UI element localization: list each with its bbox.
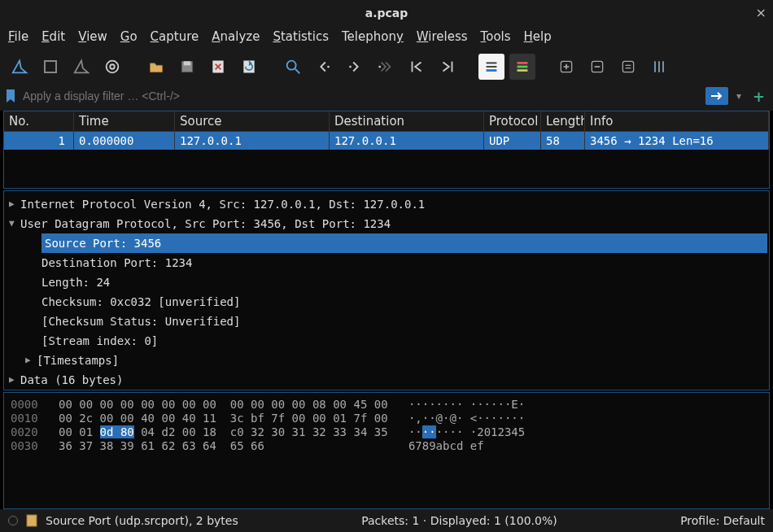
tree-dst-port[interactable]: Destination Port: 1234 (6, 253, 767, 273)
window-title: a.pcap (365, 7, 408, 20)
cell-no: 1 (4, 132, 74, 150)
col-no[interactable]: No. (4, 111, 74, 131)
expand-icon[interactable]: ▶ (9, 370, 20, 390)
tree-checksum-status[interactable]: [Checksum Status: Unverified] (6, 312, 767, 331)
status-profile[interactable]: Profile: Default (680, 514, 765, 527)
cell-source: 127.0.0.1 (175, 132, 330, 150)
prev-icon[interactable] (311, 54, 337, 80)
cell-protocol: UDP (484, 132, 541, 150)
svg-rect-4 (184, 61, 190, 65)
expert-info-icon[interactable] (8, 516, 18, 525)
menu-statistics[interactable]: Statistics (273, 29, 329, 44)
menu-file[interactable]: File (8, 29, 28, 44)
zoom-in-icon[interactable] (553, 54, 579, 80)
menu-go[interactable]: Go (120, 29, 138, 44)
expand-icon[interactable]: ▶ (25, 351, 37, 370)
menu-edit[interactable]: Edit (41, 29, 65, 44)
col-info[interactable]: Info (585, 111, 769, 131)
tree-length[interactable]: Length: 24 (6, 273, 767, 292)
save-icon[interactable] (174, 54, 200, 80)
tree-data[interactable]: ▶Data (16 bytes) (6, 370, 767, 390)
col-length[interactable]: Length (541, 111, 585, 131)
reload-icon[interactable] (236, 54, 262, 80)
bookmark-icon[interactable] (5, 88, 16, 104)
svg-rect-31 (27, 515, 37, 526)
capture-file-icon[interactable] (26, 514, 37, 527)
close-file-icon[interactable] (205, 54, 231, 80)
close-icon[interactable]: × (756, 5, 766, 20)
statusbar: Source Port (udp.srcport), 2 bytes Packe… (0, 509, 773, 532)
menu-view[interactable]: View (78, 29, 107, 44)
display-filter-input[interactable] (21, 86, 701, 106)
status-field: Source Port (udp.srcport), 2 bytes (46, 514, 238, 527)
restart-icon[interactable] (68, 54, 94, 80)
filter-dropdown-icon[interactable]: ▾ (733, 90, 745, 102)
menu-capture[interactable]: Capture (151, 29, 199, 44)
menu-telephony[interactable]: Telephony (342, 29, 404, 44)
expand-icon[interactable]: ▶ (9, 194, 20, 214)
svg-point-9 (327, 66, 330, 68)
next-icon[interactable] (342, 54, 368, 80)
svg-rect-0 (45, 61, 56, 72)
first-icon[interactable] (404, 54, 430, 80)
tree-timestamps[interactable]: ▶[Timestamps] (6, 351, 767, 370)
svg-point-10 (349, 66, 352, 68)
cell-time: 0.000000 (74, 132, 175, 150)
add-filter-button[interactable]: + (749, 88, 768, 105)
packet-list-pane: No. Time Source Destination Protocol Len… (3, 111, 770, 189)
col-protocol[interactable]: Protocol (484, 111, 541, 131)
open-icon[interactable] (143, 54, 169, 80)
titlebar: a.pcap × (0, 0, 773, 26)
zoom-out-icon[interactable] (584, 54, 610, 80)
tree-udp[interactable]: ▼User Datagram Protocol, Src Port: 3456,… (6, 214, 767, 233)
menu-wireless[interactable]: Wireless (417, 29, 468, 44)
shark-fin-icon[interactable] (7, 54, 33, 80)
options-icon[interactable] (99, 54, 125, 80)
svg-line-8 (295, 69, 300, 74)
svg-point-2 (110, 64, 115, 69)
svg-point-1 (107, 61, 119, 73)
tree-checksum[interactable]: Checksum: 0xc032 [unverified] (6, 292, 767, 312)
svg-point-11 (378, 66, 381, 68)
col-source[interactable]: Source (175, 111, 330, 131)
last-icon[interactable] (435, 54, 461, 80)
collapse-icon[interactable]: ▼ (9, 214, 20, 233)
svg-rect-25 (622, 61, 633, 72)
tree-ipv4[interactable]: ▶Internet Protocol Version 4, Src: 127.0… (6, 194, 767, 214)
find-icon[interactable] (280, 54, 306, 80)
ascii-selection: ·· (422, 425, 436, 438)
tree-src-port[interactable]: Source Port: 3456 (41, 233, 767, 253)
jump-icon[interactable] (373, 54, 399, 80)
menu-help[interactable]: Help (524, 29, 552, 44)
tree-stream[interactable]: [Stream index: 0] (6, 331, 767, 351)
col-time[interactable]: Time (74, 111, 175, 131)
packet-row[interactable]: 1 0.000000 127.0.0.1 127.0.0.1 UDP 58 34… (4, 132, 769, 150)
cell-length: 58 (541, 132, 585, 150)
zoom-reset-icon[interactable] (615, 54, 641, 80)
resize-cols-icon[interactable] (646, 54, 672, 80)
colorize-icon[interactable] (509, 54, 535, 80)
apply-filter-button[interactable] (705, 87, 728, 105)
col-destination[interactable]: Destination (330, 111, 484, 131)
toolbar (0, 49, 773, 85)
packet-details-pane: ▶Internet Protocol Version 4, Src: 127.0… (3, 190, 770, 390)
packet-list-header: No. Time Source Destination Protocol Len… (4, 111, 769, 132)
hex-selection: 0d 80 (100, 425, 134, 438)
menu-analyze[interactable]: Analyze (212, 29, 260, 44)
menu-tools[interactable]: Tools (481, 29, 511, 44)
menubar: File Edit View Go Capture Analyze Statis… (0, 26, 773, 49)
cell-info: 3456 → 1234 Len=16 (585, 132, 769, 150)
autoscroll-icon[interactable] (478, 54, 504, 80)
packet-bytes-pane[interactable]: 0000 00 00 00 00 00 00 00 00 00 00 00 00… (3, 392, 770, 509)
svg-point-7 (287, 61, 296, 70)
stop-icon[interactable] (37, 54, 63, 80)
filter-bar: ▾ + (0, 85, 773, 111)
status-packets: Packets: 1 · Displayed: 1 (100.0%) (361, 514, 557, 527)
cell-destination: 127.0.0.1 (330, 132, 484, 150)
